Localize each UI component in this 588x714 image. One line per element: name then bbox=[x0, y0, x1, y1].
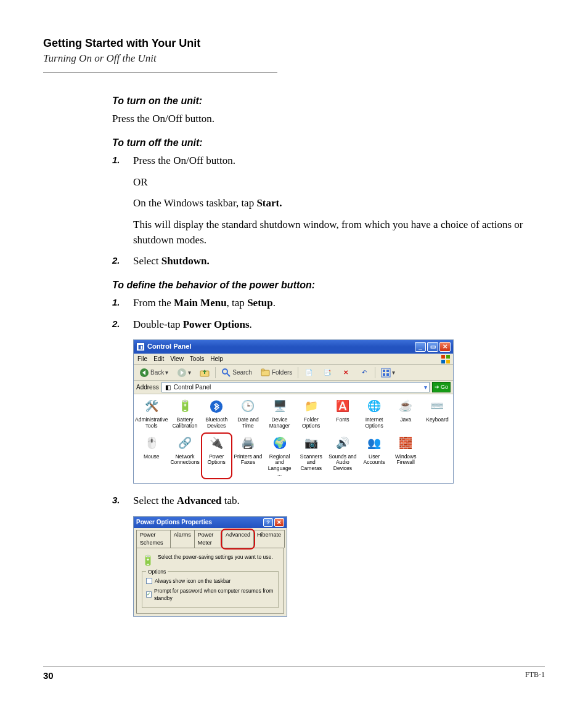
tab-pane-advanced: 🔋 Select the power-saving settings you w… bbox=[136, 548, 284, 614]
control-panel-body: 🛠️Administrative Tools 🔋Battery Calibrat… bbox=[134, 394, 453, 483]
folder-icon: 📁 bbox=[303, 398, 320, 415]
section-title: Turning On or Off the Unit bbox=[43, 52, 545, 71]
cp-item-fonts[interactable]: 🅰️Fonts bbox=[327, 397, 358, 430]
move-to-button[interactable]: 📄 bbox=[301, 367, 317, 379]
checkbox-prompt-password[interactable]: ✓ Prompt for password when computer resu… bbox=[146, 587, 274, 602]
undo-icon: ↶ bbox=[359, 368, 369, 378]
svg-line-8 bbox=[227, 373, 230, 376]
cp-item-date-time[interactable]: 🕒Date and Time bbox=[232, 397, 264, 430]
control-panel-screenshot: ◧ Control Panel _ ▭ ✕ File Edit View Too… bbox=[133, 339, 454, 484]
minimize-button[interactable]: _ bbox=[415, 342, 426, 352]
close-button[interactable]: ✕ bbox=[439, 342, 451, 352]
folders-button[interactable]: Folders bbox=[258, 367, 295, 379]
tab-power-schemes[interactable]: Power Schemes bbox=[136, 530, 171, 548]
address-input[interactable]: ◧ Control Panel ▾ bbox=[161, 382, 430, 392]
views-icon bbox=[381, 368, 391, 378]
dropdown-icon[interactable]: ▾ bbox=[424, 383, 427, 392]
step-text: Select Shutdown. bbox=[133, 254, 531, 269]
cp-item-regional-language[interactable]: 🌍Regional and Language ... bbox=[264, 434, 295, 478]
search-button[interactable]: Search bbox=[218, 367, 255, 379]
menu-help[interactable]: Help bbox=[210, 355, 223, 364]
pane-description: Select the power-saving settings you wan… bbox=[158, 553, 273, 561]
cp-item-bluetooth-devices[interactable]: Bluetooth Devices bbox=[201, 397, 232, 430]
cp-item-administrative-tools[interactable]: 🛠️Administrative Tools bbox=[134, 397, 169, 430]
page-content: To turn on the unit: Press the On/Off bu… bbox=[112, 94, 531, 617]
power-step-1: 1. From the Main Menu, tap Setup. bbox=[112, 296, 531, 311]
menu-file[interactable]: File bbox=[137, 355, 147, 364]
document-id: FTB-1 bbox=[525, 670, 545, 681]
turn-on-body: Press the On/Off button. bbox=[112, 112, 531, 127]
maximize-button[interactable]: ▭ bbox=[427, 342, 438, 352]
options-groupbox: Options Always show icon on the taskbar … bbox=[142, 571, 279, 608]
close-button[interactable]: ✕ bbox=[274, 518, 284, 527]
users-icon: 👥 bbox=[365, 435, 383, 452]
device-manager-icon: 🖥️ bbox=[271, 398, 288, 415]
menu-tools[interactable]: Tools bbox=[190, 355, 204, 364]
cp-item-java[interactable]: ☕Java bbox=[390, 397, 422, 430]
battery-icon: 🔋 bbox=[176, 398, 194, 415]
globe-icon: 🌐 bbox=[365, 398, 383, 415]
menu-edit[interactable]: Edit bbox=[153, 355, 164, 364]
copy-icon: 📑 bbox=[322, 368, 332, 378]
clock-icon: 🕒 bbox=[239, 398, 256, 415]
cp-item-windows-firewall[interactable]: 🧱Windows Firewall bbox=[390, 434, 422, 478]
tab-power-meter[interactable]: Power Meter bbox=[194, 530, 223, 548]
admin-tools-icon: 🛠️ bbox=[143, 398, 160, 415]
mouse-icon: 🖱️ bbox=[143, 435, 160, 452]
menu-view[interactable]: View bbox=[170, 355, 184, 364]
go-button[interactable]: ➔Go bbox=[432, 382, 451, 392]
step-text: This will display the standard shutdown … bbox=[133, 217, 531, 248]
globe-icon: 🌍 bbox=[271, 435, 288, 452]
folders-icon bbox=[261, 368, 271, 378]
cp-item-printers-faxes[interactable]: 🖨️Printers and Faxes bbox=[232, 434, 264, 478]
checkbox-icon bbox=[146, 578, 152, 584]
up-button[interactable] bbox=[197, 367, 213, 379]
back-button[interactable]: Back ▾ bbox=[136, 367, 171, 379]
cp-item-mouse[interactable]: 🖱️Mouse bbox=[134, 434, 169, 478]
copy-to-button[interactable]: 📑 bbox=[319, 367, 335, 379]
cp-item-user-accounts[interactable]: 👥User Accounts bbox=[358, 434, 390, 478]
tab-hibernate[interactable]: Hibernate bbox=[253, 530, 285, 548]
svg-rect-12 bbox=[383, 370, 385, 372]
forward-button[interactable]: ▾ bbox=[174, 367, 194, 379]
keyboard-icon: ⌨️ bbox=[428, 398, 446, 415]
firewall-icon: 🧱 bbox=[397, 435, 414, 452]
dropdown-icon: ▾ bbox=[165, 368, 168, 378]
cp-item-keyboard[interactable]: ⌨️Keyboard bbox=[422, 397, 453, 430]
undo-button[interactable]: ↶ bbox=[356, 367, 372, 379]
delete-button[interactable]: ✕ bbox=[338, 367, 354, 379]
tab-bar: Power Schemes Alarms Power Meter Advance… bbox=[134, 528, 287, 548]
step-text: Press the On/Off button. bbox=[133, 153, 531, 169]
cp-item-folder-options[interactable]: 📁Folder Options bbox=[295, 397, 327, 430]
svg-rect-15 bbox=[386, 373, 389, 376]
groupbox-legend: Options bbox=[146, 568, 168, 575]
cp-item-battery-calibration[interactable]: 🔋Battery Calibration bbox=[169, 397, 200, 430]
network-icon: 🔗 bbox=[176, 435, 194, 452]
step-number: 1. bbox=[112, 153, 133, 248]
tab-alarms[interactable]: Alarms bbox=[170, 530, 195, 548]
step-text: Select the Advanced tab. bbox=[133, 493, 531, 509]
toolbar: Back ▾ ▾ Search Folders 📄 📑 ✕ bbox=[134, 365, 453, 381]
step-number: 2. bbox=[112, 317, 133, 333]
power-options-icon: 🔌 bbox=[208, 435, 225, 452]
folder-up-icon bbox=[200, 368, 210, 378]
checkbox-label: Prompt for password when computer resume… bbox=[154, 587, 274, 602]
checkbox-always-show-icon[interactable]: Always show icon on the taskbar bbox=[146, 577, 274, 585]
cp-item-internet-options[interactable]: 🌐Internet Options bbox=[358, 397, 390, 430]
cp-item-scanners-cameras[interactable]: 📷Scanners and Cameras bbox=[295, 434, 327, 478]
go-arrow-icon: ➔ bbox=[435, 383, 439, 391]
power-icon: 🔋 bbox=[142, 553, 154, 567]
cp-item-power-options[interactable]: 🔌Power Options bbox=[201, 434, 232, 478]
checkbox-icon: ✓ bbox=[146, 591, 152, 598]
cp-item-sounds-audio[interactable]: 🔊Sounds and Audio Devices bbox=[327, 434, 358, 478]
svg-rect-0 bbox=[441, 355, 445, 359]
views-button[interactable]: ▾ bbox=[378, 367, 398, 379]
chapter-title: Getting Started with Your Unit bbox=[43, 37, 545, 50]
address-bar: Address ◧ Control Panel ▾ ➔Go bbox=[134, 381, 453, 394]
cp-item-network-connections[interactable]: 🔗Network Connections bbox=[169, 434, 200, 478]
tab-advanced[interactable]: Advanced bbox=[222, 530, 254, 548]
fonts-icon: 🅰️ bbox=[334, 398, 351, 415]
move-icon: 📄 bbox=[304, 368, 314, 378]
cp-item-device-manager[interactable]: 🖥️Device Manager bbox=[264, 397, 295, 430]
help-button[interactable]: ? bbox=[263, 518, 273, 527]
